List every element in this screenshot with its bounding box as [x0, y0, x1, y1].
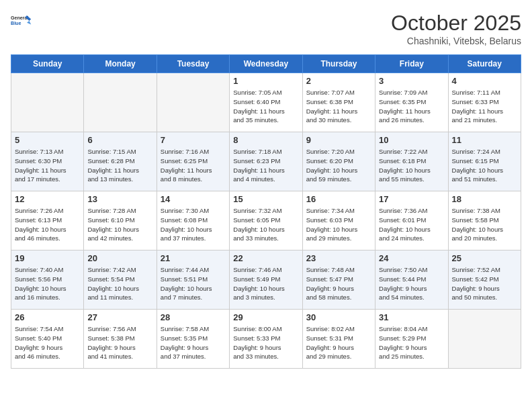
header-row: SundayMondayTuesdayWednesdayThursdayFrid… — [11, 55, 521, 73]
day-info: Sunrise: 7:56 AM Sunset: 5:38 PM Dayligh… — [87, 324, 152, 361]
title-block: October 2025 Chashniki, Vitebsk, Belarus — [391, 11, 521, 46]
day-info: Sunrise: 7:16 AM Sunset: 6:25 PM Dayligh… — [161, 147, 226, 184]
week-row-5: 26Sunrise: 7:54 AM Sunset: 5:40 PM Dayli… — [11, 310, 521, 369]
location-subtitle: Chashniki, Vitebsk, Belarus — [391, 36, 521, 46]
day-info: Sunrise: 7:42 AM Sunset: 5:54 PM Dayligh… — [87, 265, 152, 302]
calendar-cell: 13Sunrise: 7:28 AM Sunset: 6:10 PM Dayli… — [84, 191, 157, 250]
calendar-cell: 28Sunrise: 7:58 AM Sunset: 5:35 PM Dayli… — [157, 310, 229, 369]
calendar-cell: 24Sunrise: 7:50 AM Sunset: 5:44 PM Dayli… — [375, 250, 448, 310]
day-number: 9 — [306, 135, 371, 145]
calendar-cell: 2Sunrise: 7:07 AM Sunset: 6:38 PM Daylig… — [302, 73, 375, 132]
day-number: 14 — [161, 194, 226, 204]
day-number: 5 — [15, 135, 80, 145]
week-row-4: 19Sunrise: 7:40 AM Sunset: 5:56 PM Dayli… — [11, 250, 521, 310]
day-info: Sunrise: 8:04 AM Sunset: 5:29 PM Dayligh… — [379, 324, 444, 361]
day-info: Sunrise: 7:20 AM Sunset: 6:20 PM Dayligh… — [306, 147, 371, 184]
day-info: Sunrise: 7:44 AM Sunset: 5:51 PM Dayligh… — [161, 265, 226, 302]
calendar-cell: 19Sunrise: 7:40 AM Sunset: 5:56 PM Dayli… — [11, 250, 84, 310]
calendar-cell: 22Sunrise: 7:46 AM Sunset: 5:49 PM Dayli… — [230, 250, 302, 310]
day-number: 12 — [15, 194, 80, 204]
day-info: Sunrise: 7:18 AM Sunset: 6:23 PM Dayligh… — [233, 147, 298, 184]
calendar-cell — [11, 73, 84, 132]
col-header-thursday: Thursday — [302, 55, 375, 73]
calendar-cell — [157, 73, 229, 132]
col-header-monday: Monday — [84, 55, 157, 73]
week-row-1: 1Sunrise: 7:05 AM Sunset: 6:40 PM Daylig… — [11, 73, 521, 132]
day-info: Sunrise: 7:32 AM Sunset: 6:05 PM Dayligh… — [233, 206, 298, 243]
day-info: Sunrise: 7:38 AM Sunset: 5:58 PM Dayligh… — [452, 206, 517, 243]
calendar-table: SundayMondayTuesdayWednesdayThursdayFrid… — [11, 54, 521, 369]
calendar-cell: 20Sunrise: 7:42 AM Sunset: 5:54 PM Dayli… — [84, 250, 157, 310]
day-number: 31 — [379, 312, 444, 322]
day-number: 3 — [379, 76, 444, 86]
day-info: Sunrise: 7:26 AM Sunset: 6:13 PM Dayligh… — [15, 206, 80, 243]
calendar-cell: 1Sunrise: 7:05 AM Sunset: 6:40 PM Daylig… — [230, 73, 302, 132]
day-info: Sunrise: 7:40 AM Sunset: 5:56 PM Dayligh… — [15, 265, 80, 302]
day-number: 22 — [233, 253, 298, 263]
day-number: 11 — [452, 135, 517, 145]
calendar-cell: 17Sunrise: 7:36 AM Sunset: 6:01 PM Dayli… — [375, 191, 448, 250]
col-header-friday: Friday — [375, 55, 448, 73]
calendar-cell: 3Sunrise: 7:09 AM Sunset: 6:35 PM Daylig… — [375, 73, 448, 132]
calendar-cell: 9Sunrise: 7:20 AM Sunset: 6:20 PM Daylig… — [302, 132, 375, 191]
day-info: Sunrise: 7:13 AM Sunset: 6:30 PM Dayligh… — [15, 147, 80, 184]
day-number: 2 — [306, 76, 371, 86]
day-info: Sunrise: 7:05 AM Sunset: 6:40 PM Dayligh… — [233, 88, 298, 125]
calendar-cell: 23Sunrise: 7:48 AM Sunset: 5:47 PM Dayli… — [302, 250, 375, 310]
week-row-2: 5Sunrise: 7:13 AM Sunset: 6:30 PM Daylig… — [11, 132, 521, 191]
day-info: Sunrise: 7:22 AM Sunset: 6:18 PM Dayligh… — [379, 147, 444, 184]
svg-text:Blue: Blue — [11, 21, 21, 26]
day-info: Sunrise: 7:58 AM Sunset: 5:35 PM Dayligh… — [161, 324, 226, 361]
day-number: 6 — [87, 135, 152, 145]
col-header-saturday: Saturday — [448, 55, 521, 73]
day-number: 15 — [233, 194, 298, 204]
day-number: 16 — [306, 194, 371, 204]
month-title: October 2025 — [391, 11, 521, 36]
calendar-cell: 16Sunrise: 7:34 AM Sunset: 6:03 PM Dayli… — [302, 191, 375, 250]
day-number: 17 — [379, 194, 444, 204]
day-number: 1 — [233, 76, 298, 86]
week-row-3: 12Sunrise: 7:26 AM Sunset: 6:13 PM Dayli… — [11, 191, 521, 250]
calendar-cell: 10Sunrise: 7:22 AM Sunset: 6:18 PM Dayli… — [375, 132, 448, 191]
day-number: 18 — [452, 194, 517, 204]
day-info: Sunrise: 7:46 AM Sunset: 5:49 PM Dayligh… — [233, 265, 298, 302]
calendar-cell: 29Sunrise: 8:00 AM Sunset: 5:33 PM Dayli… — [230, 310, 302, 369]
day-info: Sunrise: 7:09 AM Sunset: 6:35 PM Dayligh… — [379, 88, 444, 125]
logo: GeneralBlue — [11, 11, 32, 32]
calendar-cell: 4Sunrise: 7:11 AM Sunset: 6:33 PM Daylig… — [448, 73, 521, 132]
day-info: Sunrise: 7:48 AM Sunset: 5:47 PM Dayligh… — [306, 265, 371, 302]
day-info: Sunrise: 7:15 AM Sunset: 6:28 PM Dayligh… — [87, 147, 152, 184]
calendar-cell: 6Sunrise: 7:15 AM Sunset: 6:28 PM Daylig… — [84, 132, 157, 191]
day-number: 8 — [233, 135, 298, 145]
day-number: 25 — [452, 253, 517, 263]
day-info: Sunrise: 7:11 AM Sunset: 6:33 PM Dayligh… — [452, 88, 517, 125]
day-info: Sunrise: 8:00 AM Sunset: 5:33 PM Dayligh… — [233, 324, 298, 361]
calendar-cell: 30Sunrise: 8:02 AM Sunset: 5:31 PM Dayli… — [302, 310, 375, 369]
day-number: 27 — [87, 312, 152, 322]
svg-marker-3 — [27, 21, 31, 24]
day-number: 19 — [15, 253, 80, 263]
calendar-cell: 21Sunrise: 7:44 AM Sunset: 5:51 PM Dayli… — [157, 250, 229, 310]
calendar-cell — [84, 73, 157, 132]
day-info: Sunrise: 7:50 AM Sunset: 5:44 PM Dayligh… — [379, 265, 444, 302]
day-info: Sunrise: 7:52 AM Sunset: 5:42 PM Dayligh… — [452, 265, 517, 302]
day-number: 29 — [233, 312, 298, 322]
col-header-wednesday: Wednesday — [230, 55, 302, 73]
calendar-cell — [448, 310, 521, 369]
col-header-sunday: Sunday — [11, 55, 84, 73]
day-number: 30 — [306, 312, 371, 322]
day-number: 4 — [452, 76, 517, 86]
day-number: 20 — [87, 253, 152, 263]
calendar-cell: 15Sunrise: 7:32 AM Sunset: 6:05 PM Dayli… — [230, 191, 302, 250]
calendar-cell: 27Sunrise: 7:56 AM Sunset: 5:38 PM Dayli… — [84, 310, 157, 369]
day-number: 26 — [15, 312, 80, 322]
calendar-cell: 14Sunrise: 7:30 AM Sunset: 6:08 PM Dayli… — [157, 191, 229, 250]
calendar-cell: 31Sunrise: 8:04 AM Sunset: 5:29 PM Dayli… — [375, 310, 448, 369]
calendar-cell: 25Sunrise: 7:52 AM Sunset: 5:42 PM Dayli… — [448, 250, 521, 310]
calendar-cell: 8Sunrise: 7:18 AM Sunset: 6:23 PM Daylig… — [230, 132, 302, 191]
calendar-cell: 5Sunrise: 7:13 AM Sunset: 6:30 PM Daylig… — [11, 132, 84, 191]
day-info: Sunrise: 7:54 AM Sunset: 5:40 PM Dayligh… — [15, 324, 80, 361]
day-number: 7 — [161, 135, 226, 145]
day-info: Sunrise: 7:28 AM Sunset: 6:10 PM Dayligh… — [87, 206, 152, 243]
day-info: Sunrise: 7:07 AM Sunset: 6:38 PM Dayligh… — [306, 88, 371, 125]
